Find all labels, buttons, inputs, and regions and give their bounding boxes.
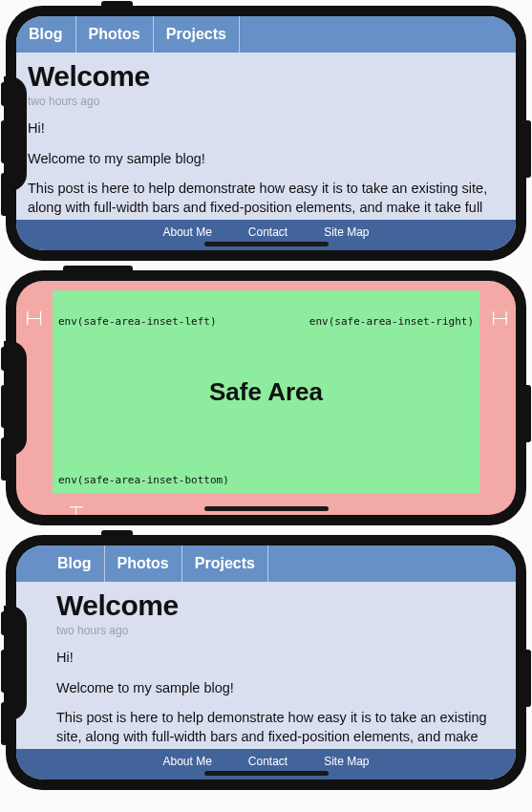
footer-about[interactable]: About Me [162,225,211,239]
home-indicator [204,506,329,511]
footer-about[interactable]: About Me [162,755,211,768]
label-inset-bottom: env(safe-area-inset-bottom) [58,474,229,486]
home-indicator [204,242,329,246]
post-p1: Hi! [56,649,487,668]
iphone-mockup-safearea-diagram: Safe Area env(safe-area-inset-left) env(… [6,270,526,525]
post-body: Welcome two hours ago Hi! Welcome to my … [16,582,516,749]
footer-sitemap[interactable]: Site Map [324,225,369,239]
post-p2: Welcome to my sample blog! [28,150,504,169]
post-p3: This post is here to help demonstrate ho… [56,709,487,749]
post-title: Welcome [28,60,504,93]
footer-contact[interactable]: Contact [248,755,287,768]
nav-tab-projects[interactable]: Projects [154,16,240,53]
bracket-left-icon: |—| [26,310,40,325]
nav-tab-photos[interactable]: Photos [76,16,154,53]
home-indicator [204,771,329,776]
bracket-right-icon: |—| [492,310,506,325]
bracket-bottom-icon: |—| [70,505,85,515]
safe-area-title: Safe Area [209,377,323,407]
top-nav: Blog Photos Projects [16,16,516,53]
nav-tab-photos[interactable]: Photos [105,545,182,582]
label-inset-right: env(safe-area-inset-right) [309,315,474,328]
post-meta: two hours ago [28,95,504,108]
post-title: Welcome [56,589,487,622]
footer-sitemap[interactable]: Site Map [324,755,369,768]
device-notch [4,341,27,456]
footer-contact[interactable]: Contact [248,225,287,239]
label-inset-left: env(safe-area-inset-left) [58,315,217,328]
top-nav: Blog Photos Projects [16,545,516,582]
nav-tab-blog[interactable]: Blog [45,545,105,582]
iphone-mockup-no-inset: Blog Photos Projects Welcome two hours a… [6,6,526,261]
post-body: Welcome two hours ago Hi! Welcome to my … [16,53,516,220]
iphone-mockup-with-inset: Blog Photos Projects Welcome two hours a… [6,535,526,790]
post-p3: This post is here to help demonstrate ho… [28,180,504,220]
post-p1: Hi! [28,119,504,139]
nav-tab-projects[interactable]: Projects [182,545,268,582]
post-p2: Welcome to my sample blog! [56,679,487,698]
device-notch [4,606,27,720]
nav-tab-blog[interactable]: Blog [16,16,76,53]
post-meta: two hours ago [56,624,487,637]
device-notch [4,76,27,191]
